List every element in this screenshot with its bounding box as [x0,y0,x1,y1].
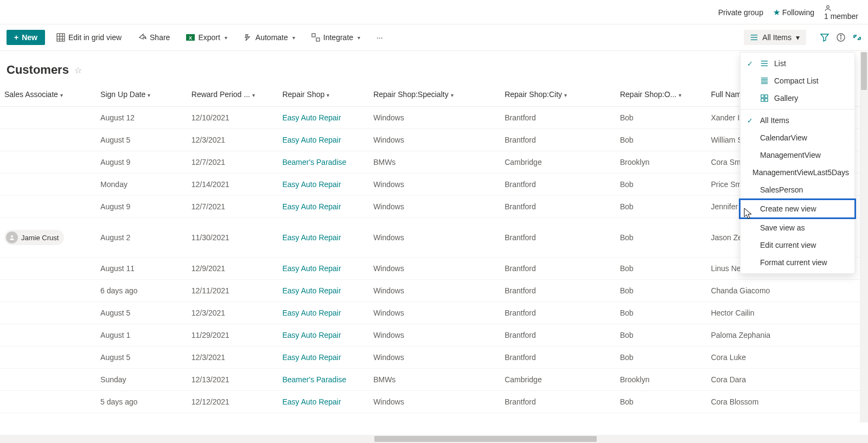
star-icon: ★ [773,8,780,17]
table-row[interactable]: 6 days ago12/11/2021Easy Auto RepairWind… [0,280,868,302]
cell-reward: 12/7/2021 [187,151,278,174]
cell-sales-associate [0,324,96,346]
col-reward[interactable]: Reward Period ...▾ [187,85,278,107]
format-current-view[interactable]: Format current view [741,254,854,271]
cell-shop: Easy Auto Repair [278,280,369,302]
chevron-down-icon: ▾ [564,92,567,98]
integrate-button[interactable]: Integrate ▾ [307,30,365,45]
edit-grid-button[interactable]: Edit in grid view [52,30,126,45]
integrate-label: Integrate [323,33,353,42]
cell-shop: Easy Auto Repair [278,324,369,346]
cell-sign-up: August 9 [96,196,187,218]
automate-label: Automate [256,33,288,42]
table-row[interactable]: August 912/7/2021Easy Auto RepairWindows… [0,196,868,218]
cell-specialty: Windows [369,280,500,302]
table-row[interactable]: August 912/7/2021Beamer's ParadiseBMWsCa… [0,151,868,174]
chevron-down-icon: ▾ [252,92,255,98]
share-button[interactable]: Share [133,30,175,45]
table-row[interactable]: August 512/3/2021Easy Auto RepairWindows… [0,302,868,324]
cell-sign-up: August 11 [96,258,187,280]
automate-button[interactable]: Automate ▾ [239,30,300,45]
col-specialty[interactable]: Repair Shop:Specialty▾ [369,85,500,107]
view-management[interactable]: ManagementView [741,146,854,164]
cell-sales-associate [0,391,96,413]
members-button[interactable]: 1 member [824,4,858,21]
table-row[interactable]: August 512/3/2021Easy Auto RepairWindows… [0,346,868,369]
person-chip[interactable]: Jamie Crust [4,230,64,245]
horizontal-scrollbar[interactable] [0,435,868,439]
cell-reward: 12/3/2021 [187,302,278,324]
cell-sales-associate [0,280,96,302]
view-calendar[interactable]: CalendarView [741,129,854,146]
expand-button[interactable] [853,33,861,42]
cell-sign-up: Sunday [96,369,187,391]
scrollbar-thumb[interactable] [861,52,867,90]
view-label: Format current view [760,258,827,267]
col-repair-shop[interactable]: Repair Shop▾ [278,85,369,107]
svg-rect-26 [765,95,768,98]
check-icon: ✓ [747,60,755,68]
cell-reward: 12/11/2021 [187,280,278,302]
export-button[interactable]: X Export ▾ [181,30,232,45]
table-row[interactable]: August 1212/10/2021Easy Auto RepairWindo… [0,107,868,129]
edit-current-view[interactable]: Edit current view [741,236,854,254]
table-row[interactable]: 5 days ago12/12/2021Easy Auto RepairWind… [0,391,868,413]
avatar [6,232,18,243]
save-view-as[interactable]: Save view as [741,219,854,236]
cell-owner: Bob [616,280,707,302]
person-name: Jamie Crust [21,234,59,242]
following-button[interactable]: ★ Following [773,8,814,17]
col-sign-up[interactable]: Sign Up Date▾ [96,85,187,107]
cell-owner: Bob [616,391,707,413]
table-row[interactable]: August 1112/9/2021Easy Auto RepairWindow… [0,258,868,280]
view-management-5days[interactable]: ManagementViewLast5Days [741,164,854,181]
col-owner[interactable]: Repair Shop:O...▾ [616,85,707,107]
more-button[interactable]: ··· [372,30,388,45]
table-row[interactable]: Sunday12/13/2021Beamer's ParadiseBMWsCam… [0,369,868,391]
page-title: Customers [7,63,69,77]
view-option-compact[interactable]: Compact List [741,72,854,89]
col-city[interactable]: Repair Shop:City▾ [500,85,616,107]
cell-city: Brantford [500,258,616,280]
cell-sign-up: August 12 [96,107,187,129]
following-label: Following [782,8,814,17]
cell-specialty: Windows [369,129,500,151]
cell-city: Brantford [500,280,616,302]
edit-grid-label: Edit in grid view [68,33,122,42]
svg-rect-28 [765,99,768,101]
cell-full-name: Cora Dara [706,369,797,391]
view-salesperson[interactable]: SalesPerson [741,181,854,198]
table-row[interactable]: Jamie CrustAugust 211/30/2021Easy Auto R… [0,218,868,258]
view-option-gallery[interactable]: Gallery [741,89,854,107]
privacy-label: Private group [718,8,763,17]
cell-owner: Bob [616,174,707,196]
view-option-list[interactable]: ✓ List [741,55,854,72]
favorite-star-icon[interactable]: ☆ [74,65,82,75]
chevron-down-icon: ▾ [358,35,360,41]
filter-button[interactable] [820,33,829,42]
scrollbar-thumb[interactable] [374,436,597,439]
view-label: Edit current view [760,241,816,249]
customers-table: Sales Associate▾ Sign Up Date▾ Reward Pe… [0,85,868,413]
view-dropdown-menu: ✓ List Compact List Gallery ✓ All Items … [740,52,855,274]
excel-icon: X [186,33,195,42]
chevron-down-icon: ▾ [796,33,800,42]
cell-shop: Easy Auto Repair [278,218,369,258]
cell-city: Brantford [500,129,616,151]
info-button[interactable] [837,33,845,42]
new-button[interactable]: + New [7,30,45,45]
cell-specialty: Windows [369,174,500,196]
cell-reward: 12/3/2021 [187,346,278,369]
table-row[interactable]: Monday12/14/2021Easy Auto RepairWindowsB… [0,174,868,196]
svg-rect-9 [316,38,320,41]
cell-sign-up: August 5 [96,346,187,369]
cell-reward: 12/9/2021 [187,258,278,280]
create-new-view[interactable]: Create new view [739,198,856,219]
col-sales-associate[interactable]: Sales Associate▾ [0,85,96,107]
table-row[interactable]: August 111/29/2021Easy Auto RepairWindow… [0,324,868,346]
table-row[interactable]: August 512/3/2021Easy Auto RepairWindows… [0,129,868,151]
view-selector[interactable]: All Items ▾ [744,30,806,45]
cell-city: Brantford [500,391,616,413]
view-all-items[interactable]: ✓ All Items [741,112,854,129]
vertical-scrollbar[interactable] [860,52,868,422]
